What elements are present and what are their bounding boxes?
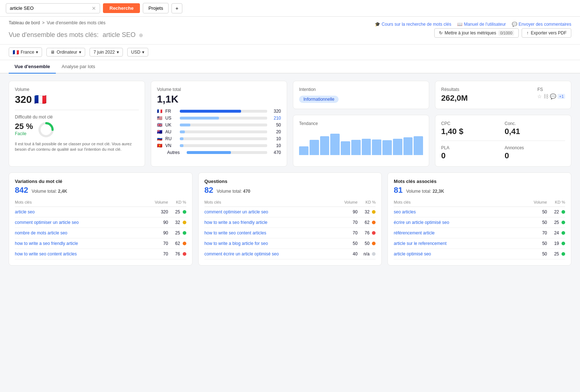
kd-dot-red <box>372 231 376 235</box>
bar-3 <box>320 136 330 155</box>
link-manuel[interactable]: 📖 Manuel de l'utilisateur <box>457 22 506 27</box>
questions-table-header: Mots clés Volume KD % <box>204 198 376 207</box>
country-row-us: 🇺🇸 US 210 <box>157 116 281 121</box>
annonces-metric: Annonces 0 <box>505 145 565 160</box>
bar-4 <box>330 134 340 155</box>
kd-dot-yellow <box>372 210 376 214</box>
bar-6 <box>351 140 361 155</box>
list-item: comment écrire un article optimisé seo 4… <box>204 249 376 259</box>
kw-link[interactable]: article seo <box>15 209 146 214</box>
country-filter[interactable]: 🇫🇷 France ▾ <box>9 47 42 57</box>
kd-dot-orange <box>372 242 376 245</box>
device-label: Ordinateur <box>57 50 77 55</box>
kw-link[interactable]: article sur le referencement <box>394 241 525 246</box>
tendance-label: Tendance <box>299 121 423 126</box>
list-item: how to write a seo friendly article 70 6… <box>15 238 186 249</box>
update-metrics-button[interactable]: ↻ Mettre à jour les métriques 0/1000 <box>434 28 519 38</box>
top-cards-row: Volume 320 🇫🇷 Difficulté du mot clé 25 %… <box>9 81 571 167</box>
france-flag: 🇫🇷 <box>13 49 19 55</box>
associes-title: Mots clés associés <box>394 179 565 184</box>
clear-icon[interactable]: ✕ <box>92 5 96 11</box>
variations-count: 842 <box>15 185 28 195</box>
bar-1 <box>299 146 308 155</box>
search-input[interactable] <box>10 5 90 11</box>
date-filter[interactable]: 7 juin 2022 ▾ <box>90 48 123 57</box>
volume-card: Volume 320 🇫🇷 Difficulté du mot clé 25 %… <box>9 81 145 167</box>
variations-table-body: article seo 320 25 comment optimiser un … <box>15 207 186 259</box>
list-item: how to write seo content articles 70 76 <box>204 228 376 238</box>
export-pdf-button[interactable]: ↑ Exporter vers PDF <box>522 28 571 38</box>
projets-button[interactable]: Projets <box>143 3 168 13</box>
recherche-button[interactable]: Recherche <box>103 3 140 13</box>
kw-link[interactable]: how to write seo content articles <box>204 230 336 235</box>
kd-dot-yellow <box>183 221 186 224</box>
kw-link[interactable]: référencement article <box>394 230 525 235</box>
questions-vol: Volume total: 470 <box>217 189 250 194</box>
au-flag: 🇦🇺 <box>157 129 162 134</box>
list-item: how to write seo content articles 70 76 <box>15 249 186 259</box>
bar-11 <box>403 137 413 155</box>
country-label: France <box>21 50 34 55</box>
bar-5 <box>341 141 350 155</box>
kw-link[interactable]: how to write seo content articles <box>15 251 146 257</box>
intention-card: Intention Informationnelle <box>293 81 429 109</box>
kw-link[interactable]: how to write a seo friendly article <box>15 241 146 246</box>
kd-level: Facile <box>15 131 33 136</box>
breadcrumb-dashboard[interactable]: Tableau de bord <box>9 20 40 25</box>
list-item: référencement article 70 24 <box>394 228 565 238</box>
kw-link[interactable]: comment optimiser un article seo <box>15 220 146 225</box>
link-cours[interactable]: 🎓 Cours sur la recherche de mots clés <box>375 22 451 27</box>
kw-link[interactable]: écrire un article optimisé seo <box>394 220 525 225</box>
tab-analyse-lots[interactable]: Analyse par lots <box>56 60 101 74</box>
tab-vue-ensemble[interactable]: Vue d'ensemble <box>9 60 56 74</box>
star-icon: ☆ <box>537 93 542 99</box>
intent-tendance-col: Intention Informationnelle Tendance <box>293 81 429 167</box>
fr-flag: 🇫🇷 <box>157 109 162 114</box>
list-item: comment optimiser un article seo 90 32 <box>15 217 186 228</box>
device-filter[interactable]: 🖥 Ordinateur ▾ <box>46 48 85 57</box>
tabs-row: Vue d'ensemble Analyse par lots <box>0 60 580 74</box>
associes-table-header: Mots clés Volume KD % <box>394 198 565 207</box>
kw-link[interactable]: seo articles <box>394 209 525 214</box>
resultats-label: Résultats <box>441 87 468 92</box>
france-flag-vol: 🇫🇷 <box>34 93 47 105</box>
currency-filter[interactable]: USD ▾ <box>127 48 148 57</box>
bar-9 <box>382 140 392 155</box>
bar-8 <box>372 139 381 155</box>
chat-icon: 💬 <box>550 93 556 99</box>
list-item: article sur le referencement 50 19 <box>394 238 565 249</box>
associes-vol: Volume total: 22,3K <box>406 189 444 194</box>
volume-label: Volume <box>15 87 139 92</box>
kw-link[interactable]: comment écrire un article optimisé seo <box>204 251 336 257</box>
main-content: Volume 320 🇫🇷 Difficulté du mot clé 25 %… <box>0 74 580 273</box>
kd-description: Il est tout à fait possible de se classe… <box>15 141 139 153</box>
metrics-count-badge: 0/1000 <box>498 30 514 36</box>
cpc-metric: CPC 1,40 $ <box>441 121 502 136</box>
metrics-grid: CPC 1,40 $ Conc. 0,41 <box>441 121 565 136</box>
questions-title: Questions <box>204 179 376 184</box>
kw-link[interactable]: comment optimiser un article seo <box>204 209 336 214</box>
breadcrumb-current: Vue d'ensemble des mots clés <box>47 20 105 25</box>
kw-link[interactable]: nombre de mots article seo <box>15 230 146 235</box>
kd-dot-green <box>562 252 565 256</box>
kd-label: Difficulté du mot clé <box>15 114 139 120</box>
add-project-button[interactable]: + <box>171 3 182 13</box>
list-item: how to write a blog article for seo 50 5… <box>204 238 376 249</box>
variations-title: Variations du mot clé <box>15 179 186 184</box>
kd-dot-orange <box>372 221 376 224</box>
kd-dot-green <box>562 210 565 214</box>
country-row-fr: 🇫🇷 FR 320 <box>157 109 281 114</box>
monitor-icon: 🖥 <box>50 50 55 55</box>
country-row-au: 🇦🇺 AU 20 <box>157 129 281 134</box>
kw-link[interactable]: article optimisé seo <box>394 251 525 257</box>
kw-link[interactable]: how to write a blog article for seo <box>204 241 336 246</box>
link-feedback[interactable]: 💬 Envoyer des commentaires <box>512 22 571 27</box>
kw-link[interactable]: how to write a seo friendly article <box>204 220 336 225</box>
resultats-value: 262,0M <box>441 93 468 103</box>
add-keyword-icon[interactable]: ⊕ <box>139 32 143 38</box>
list-item: seo articles 50 22 <box>394 207 565 217</box>
kd-dot-green <box>183 231 186 235</box>
variations-vol: Volume total: 2,4K <box>32 189 67 194</box>
currency-label: USD <box>131 50 140 55</box>
kd-dot-green <box>562 242 565 245</box>
